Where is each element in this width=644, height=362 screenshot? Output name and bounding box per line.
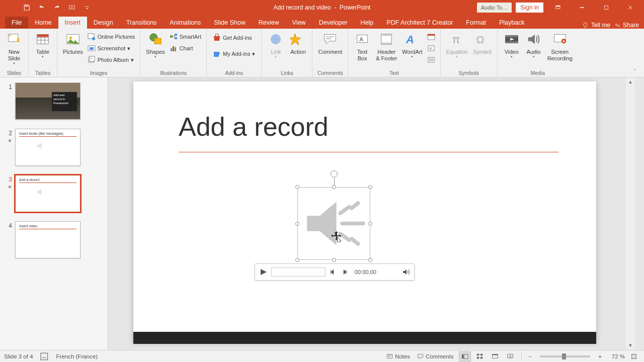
fit-to-window-icon[interactable] <box>628 351 640 361</box>
slide-thumbnails-panel[interactable]: 1 Add andrecord inPowerpoint 2★ Insert A… <box>0 77 108 350</box>
thumbnail[interactable]: Add a record <box>15 175 80 212</box>
zoom-in-icon[interactable]: + <box>596 353 604 359</box>
vertical-scrollbar[interactable]: ▲ ▼ <box>626 77 635 350</box>
my-addins-button[interactable]: My Add-ins ▾ <box>211 48 257 59</box>
notes-button[interactable]: Notes <box>384 353 412 359</box>
wordart-button[interactable]: AWordArt▾ <box>399 30 425 60</box>
pictures-icon <box>65 31 81 47</box>
redo-icon[interactable] <box>50 2 63 14</box>
start-from-beginning-icon[interactable] <box>65 2 78 14</box>
photo-album-button[interactable]: Photo Album ▾ <box>86 54 137 65</box>
chart-button[interactable]: Chart <box>168 43 203 54</box>
scroll-down-icon[interactable]: ▼ <box>626 341 635 350</box>
header-footer-button[interactable]: Header & Footer <box>373 30 399 63</box>
zoom-slider[interactable] <box>540 355 590 357</box>
get-addins-button[interactable]: Get Add-ins <box>211 32 257 43</box>
svg-point-14 <box>69 36 72 39</box>
zoom-level[interactable]: 72 % <box>607 353 625 359</box>
ribbon-display-options-icon[interactable] <box>546 0 570 15</box>
play-icon[interactable] <box>259 268 267 276</box>
normal-view-icon[interactable] <box>459 351 471 361</box>
smartart-button[interactable]: SmartArt <box>168 31 203 42</box>
language-button[interactable]: French (France) <box>56 353 98 359</box>
zoom-knob[interactable] <box>562 353 566 359</box>
thumbnail[interactable]: Insert video <box>15 221 80 258</box>
tab-design[interactable]: Design <box>87 17 120 29</box>
resize-handle[interactable] <box>332 185 336 189</box>
title-bar: Add record and video - PowerPoint Audio … <box>0 0 644 15</box>
tab-animations[interactable]: Animations <box>163 17 207 29</box>
table-button[interactable]: Table▾ <box>32 30 54 60</box>
tab-review[interactable]: Review <box>252 17 286 29</box>
symbol-button[interactable]: ΩSymbol <box>470 30 494 56</box>
thumbnail[interactable]: Insert Audio (like messages) <box>15 129 80 166</box>
sign-in-button[interactable]: Sign in <box>516 3 543 13</box>
spellcheck-icon[interactable] <box>40 352 49 361</box>
save-icon[interactable] <box>20 2 33 14</box>
zoom-out-icon[interactable]: − <box>527 353 534 359</box>
slideshow-view-icon[interactable] <box>504 351 516 361</box>
minimize-icon[interactable] <box>571 0 594 15</box>
svg-rect-29 <box>175 47 176 51</box>
step-back-icon[interactable] <box>330 268 337 276</box>
slide-editor[interactable]: Add a record <box>108 77 635 350</box>
screenshot-button[interactable]: Screenshot ▾ <box>86 43 137 54</box>
tab-slide-show[interactable]: Slide Show <box>207 17 252 29</box>
new-slide-button[interactable]: New Slide▾ <box>3 30 25 67</box>
screen-recording-button[interactable]: Screen Recording <box>545 30 575 63</box>
object-button[interactable] <box>425 54 437 65</box>
close-icon[interactable] <box>619 0 642 15</box>
equation-button[interactable]: πEquation▾ <box>444 30 470 60</box>
scroll-up-icon[interactable]: ▲ <box>626 77 635 86</box>
resize-handle[interactable] <box>295 222 299 226</box>
collapse-ribbon-icon[interactable]: ˆ <box>634 68 641 75</box>
tab-view[interactable]: View <box>286 17 312 29</box>
comments-button[interactable]: Comments <box>415 353 456 359</box>
thumbnail[interactable]: Add andrecord inPowerpoint <box>15 82 80 120</box>
tab-playback[interactable]: Playback <box>493 17 531 29</box>
status-bar: Slide 3 of 4 French (France) Notes Comme… <box>0 350 644 362</box>
undo-icon[interactable] <box>35 2 48 14</box>
shapes-button[interactable]: Shapes▾ <box>143 30 167 60</box>
tab-format[interactable]: Format <box>459 17 493 29</box>
slide-sorter-view-icon[interactable] <box>474 351 486 361</box>
tab-file[interactable]: File <box>5 17 28 29</box>
reading-view-icon[interactable] <box>489 351 501 361</box>
tab-transitions[interactable]: Transitions <box>120 17 164 29</box>
text-box-button[interactable]: AText Box <box>351 30 373 63</box>
volume-icon[interactable] <box>402 268 410 276</box>
audio-button[interactable]: Audio▾ <box>523 30 545 60</box>
slide-canvas[interactable]: Add a record <box>133 81 596 342</box>
tab-pdf-architect[interactable]: PDF Architect 7 Creator <box>380 17 459 29</box>
link-button[interactable]: Link▾ <box>265 30 287 60</box>
tell-me-button[interactable]: Tell me <box>583 22 610 29</box>
resize-handle[interactable] <box>295 258 299 262</box>
seek-track[interactable] <box>271 267 326 277</box>
tab-developer[interactable]: Developer <box>312 17 354 29</box>
pictures-button[interactable]: Pictures <box>60 30 86 56</box>
tab-insert[interactable]: Insert <box>58 17 87 29</box>
video-button[interactable]: Video▾ <box>501 30 523 60</box>
tab-home[interactable]: Home <box>28 17 58 29</box>
tab-help[interactable]: Help <box>354 17 380 29</box>
notes-area[interactable] <box>133 332 596 344</box>
online-pictures-button[interactable]: Online Pictures <box>86 31 137 42</box>
date-time-button[interactable] <box>425 31 437 42</box>
resize-handle[interactable] <box>295 185 299 189</box>
svg-text:A: A <box>406 33 414 46</box>
qat-more-icon[interactable] <box>80 2 94 14</box>
comment-button[interactable]: Comment <box>315 30 345 56</box>
slide-number-button[interactable]: # <box>425 43 437 54</box>
resize-handle[interactable] <box>332 258 336 262</box>
resize-handle[interactable] <box>368 258 372 262</box>
action-button[interactable]: Action <box>287 30 309 56</box>
resize-handle[interactable] <box>368 185 372 189</box>
audio-object-selected[interactable] <box>297 187 370 260</box>
resize-handle[interactable] <box>368 222 372 226</box>
rotate-handle[interactable] <box>331 170 338 177</box>
share-button[interactable]: Share <box>614 22 639 29</box>
slide-position[interactable]: Slide 3 of 4 <box>4 353 33 359</box>
slide-title-text[interactable]: Add a record <box>179 112 329 142</box>
step-forward-icon[interactable] <box>341 268 348 276</box>
maximize-icon[interactable] <box>595 0 618 15</box>
